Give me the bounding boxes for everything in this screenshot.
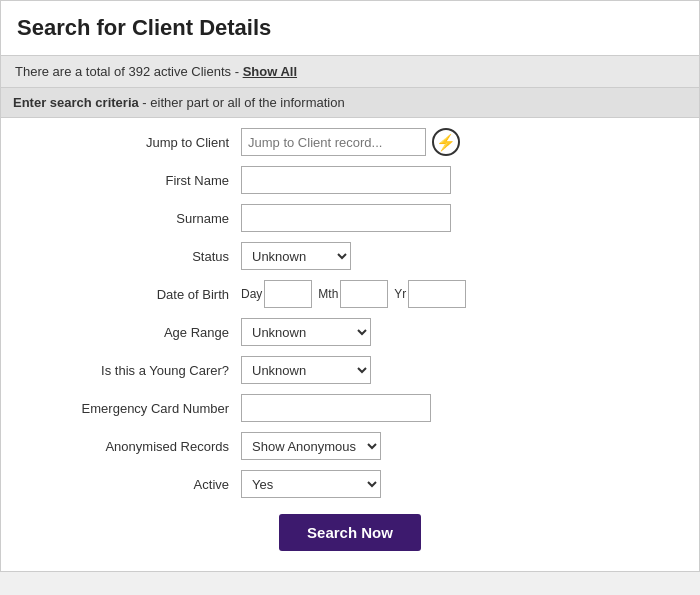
form-body: Jump to Client ⚡ First Name Surname	[1, 118, 699, 571]
lightning-button[interactable]: ⚡	[432, 128, 460, 156]
status-select[interactable]: Unknown Active Inactive	[241, 242, 351, 270]
anonymised-label: Anonymised Records	[21, 439, 241, 454]
young-carer-control: Unknown Yes No	[241, 356, 679, 384]
first-name-input[interactable]	[241, 166, 451, 194]
emergency-card-row: Emergency Card Number	[1, 394, 699, 422]
surname-input[interactable]	[241, 204, 451, 232]
surname-label: Surname	[21, 211, 241, 226]
jump-to-client-label: Jump to Client	[21, 135, 241, 150]
search-now-button[interactable]: Search Now	[279, 514, 421, 551]
jump-to-client-row: Jump to Client ⚡	[1, 128, 699, 156]
dob-mth-input[interactable]	[340, 280, 388, 308]
active-control: Yes No All	[241, 470, 679, 498]
age-range-select[interactable]: Unknown	[241, 318, 371, 346]
age-range-row: Age Range Unknown	[1, 318, 699, 346]
emergency-card-input[interactable]	[241, 394, 431, 422]
dob-yr-input[interactable]	[408, 280, 466, 308]
dob-yr-label: Yr	[394, 287, 406, 301]
status-control: Unknown Active Inactive	[241, 242, 679, 270]
search-panel-header: Enter search criteria - either part or a…	[1, 88, 699, 118]
dob-label: Date of Birth	[21, 287, 241, 302]
age-range-control: Unknown	[241, 318, 679, 346]
anonymised-row: Anonymised Records Show Anonymous Hide A…	[1, 432, 699, 460]
first-name-control	[241, 166, 679, 194]
page-title: Search for Client Details	[17, 15, 683, 41]
search-header-bold: Enter search criteria	[13, 95, 139, 110]
young-carer-label: Is this a Young Carer?	[21, 363, 241, 378]
jump-to-client-control: ⚡	[241, 128, 679, 156]
status-row: Status Unknown Active Inactive	[1, 242, 699, 270]
dob-mth-label: Mth	[318, 287, 338, 301]
dob-row: Date of Birth Day Mth Yr	[1, 280, 699, 308]
young-carer-select[interactable]: Unknown Yes No	[241, 356, 371, 384]
page-title-bar: Search for Client Details	[0, 0, 700, 56]
first-name-label: First Name	[21, 173, 241, 188]
page-wrapper: Search for Client Details There are a to…	[0, 0, 700, 572]
search-panel: Enter search criteria - either part or a…	[0, 87, 700, 572]
dob-control: Day Mth Yr	[241, 280, 679, 308]
surname-control	[241, 204, 679, 232]
anonymised-select[interactable]: Show Anonymous Hide Anonymous	[241, 432, 381, 460]
surname-row: Surname	[1, 204, 699, 232]
dob-inputs: Day Mth Yr	[241, 280, 679, 308]
show-all-link[interactable]: Show All	[243, 64, 297, 79]
search-header-rest: - either part or all of the information	[139, 95, 345, 110]
status-label: Status	[21, 249, 241, 264]
emergency-card-control	[241, 394, 679, 422]
active-select[interactable]: Yes No All	[241, 470, 381, 498]
dob-day-label: Day	[241, 287, 262, 301]
summary-bar: There are a total of 392 active Clients …	[0, 56, 700, 87]
emergency-card-label: Emergency Card Number	[21, 401, 241, 416]
young-carer-row: Is this a Young Carer? Unknown Yes No	[1, 356, 699, 384]
summary-text: There are a total of 392 active Clients …	[15, 64, 243, 79]
age-range-label: Age Range	[21, 325, 241, 340]
jump-to-client-input[interactable]	[241, 128, 426, 156]
anonymised-control: Show Anonymous Hide Anonymous	[241, 432, 679, 460]
dob-day-input[interactable]	[264, 280, 312, 308]
active-row: Active Yes No All	[1, 470, 699, 498]
first-name-row: First Name	[1, 166, 699, 194]
active-label: Active	[21, 477, 241, 492]
